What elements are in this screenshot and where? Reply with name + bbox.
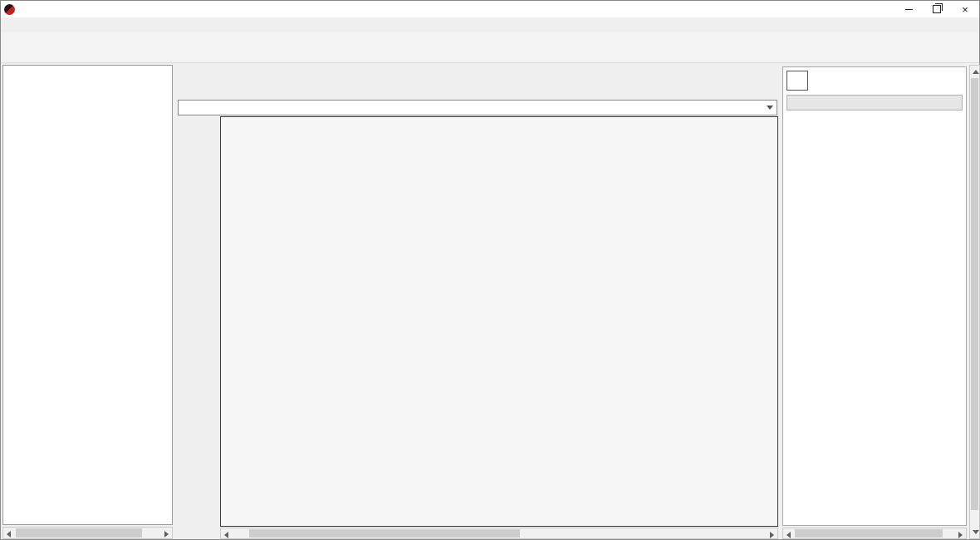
chart-horizontal-scrollbar[interactable] [220, 528, 778, 539]
panel-horizontal-scrollbar[interactable] [782, 528, 967, 539]
scroll-up-icon[interactable] [973, 70, 979, 74]
marker-row [178, 84, 778, 98]
panel-scroll-thumb[interactable] [795, 529, 943, 538]
panel-vertical-scrollbar[interactable] [969, 65, 980, 539]
panel-title [786, 95, 963, 110]
application-window: × [0, 0, 980, 540]
toolbar [1, 32, 979, 63]
qualitative-assessment-panel [782, 66, 967, 526]
explorer-tree-panel [2, 65, 173, 525]
close-icon: × [962, 4, 968, 15]
chart-overlay [221, 117, 777, 526]
panel-close-button[interactable] [786, 71, 808, 91]
restore-button[interactable] [923, 1, 951, 17]
chart-scroll-thumb[interactable] [249, 529, 520, 538]
polygram-chart[interactable] [220, 116, 778, 527]
scroll-right-icon[interactable] [770, 532, 774, 538]
scroll-right-icon[interactable] [958, 532, 963, 538]
scroll-down-icon[interactable] [973, 530, 979, 534]
restore-icon [933, 5, 941, 13]
minimize-button[interactable] [894, 1, 923, 17]
test-tabs [178, 66, 778, 82]
chevron-down-icon [767, 106, 773, 110]
scroll-right-icon[interactable] [164, 531, 169, 538]
scroll-left-icon[interactable] [786, 532, 791, 538]
title-bar: × [1, 1, 979, 17]
scroll-left-icon[interactable] [224, 532, 228, 538]
minimize-icon [905, 9, 913, 10]
panel-vertical-thumb[interactable] [971, 78, 978, 510]
app-logo-icon [4, 4, 15, 15]
menu-bar [1, 17, 979, 32]
scroll-left-icon[interactable] [7, 531, 11, 538]
combo-dropdown-button[interactable] [763, 101, 777, 115]
question-select[interactable] [178, 100, 777, 115]
close-button[interactable]: × [951, 1, 979, 17]
tree-scroll-thumb[interactable] [16, 528, 142, 538]
tree-horizontal-scrollbar[interactable] [2, 527, 173, 539]
